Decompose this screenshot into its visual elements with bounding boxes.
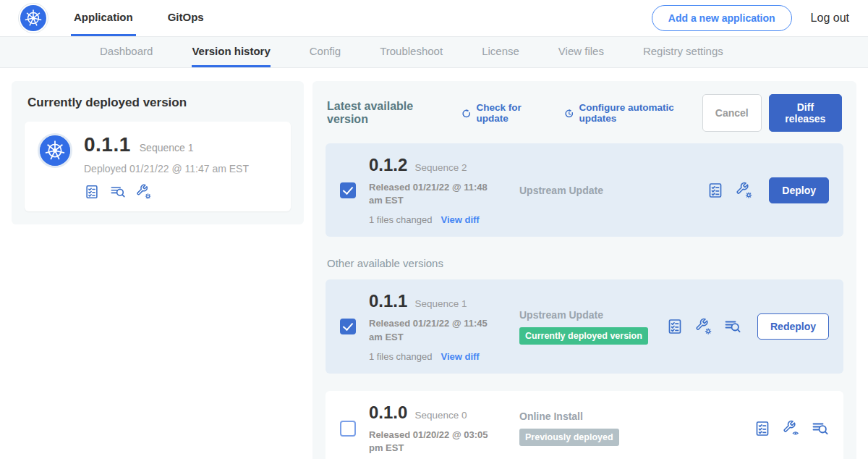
app-sub-navigation: Dashboard Version history Config Trouble…	[0, 36, 868, 68]
latest-available-title: Latest available version	[327, 100, 446, 126]
currently-deployed-title: Currently deployed version	[27, 96, 288, 110]
version-source-label: Online Install	[519, 410, 754, 422]
view-diff-link[interactable]: View diff	[441, 214, 479, 225]
version-number: 0.1.0	[369, 403, 407, 423]
version-row-0-1-2: 0.1.2 Sequence 2 Released 01/21/22 @ 11:…	[326, 143, 843, 237]
deploy-button[interactable]: Deploy	[769, 177, 829, 203]
kubernetes-logo-icon	[19, 4, 48, 33]
logout-link[interactable]: Log out	[811, 12, 849, 25]
version-source-label: Upstream Update	[519, 309, 666, 321]
version-checkbox[interactable]	[340, 421, 356, 437]
released-timestamp: Released 01/20/22 @ 03:05 pm EST	[369, 429, 503, 455]
version-source-label: Upstream Update	[519, 185, 707, 196]
scheduled-update-icon	[563, 107, 575, 119]
preflight-checklist-icon[interactable]	[84, 184, 100, 200]
preflight-checklist-icon[interactable]	[754, 420, 771, 437]
currently-deployed-panel: Currently deployed version 0.1.1 Sequenc…	[12, 81, 304, 224]
available-versions-panel: Latest available version Check for updat…	[312, 81, 856, 459]
tab-view-files[interactable]: View files	[558, 37, 604, 67]
tab-application[interactable]: Application	[71, 0, 136, 36]
diff-releases-button[interactable]: Diff releases	[769, 94, 842, 132]
edit-config-icon[interactable]	[736, 182, 753, 199]
edit-config-icon[interactable]	[695, 318, 712, 335]
tab-dashboard[interactable]: Dashboard	[100, 37, 153, 67]
check-for-update-link[interactable]: Check for update	[461, 102, 549, 124]
released-timestamp: Released 01/21/22 @ 11:48 am EST	[369, 181, 503, 207]
released-timestamp: Released 01/21/22 @ 11:45 am EST	[369, 317, 503, 343]
sequence-label: Sequence 2	[414, 162, 467, 173]
tab-gitops[interactable]: GitOps	[165, 0, 207, 36]
version-number: 0.1.1	[369, 291, 407, 311]
edit-config-icon[interactable]	[136, 184, 152, 200]
files-changed-label: 1 files changed	[369, 351, 432, 362]
tab-version-history[interactable]: Version history	[192, 37, 270, 67]
sequence-label: Sequence 0	[414, 410, 467, 421]
deployed-version-card: 0.1.1 Sequence 1 Deployed 01/21/22 @ 11:…	[25, 122, 291, 211]
view-diff-link[interactable]: View diff	[441, 351, 479, 362]
version-row-0-1-0: 0.1.0 Sequence 0 Released 01/20/22 @ 03:…	[326, 391, 843, 459]
refresh-icon	[461, 107, 472, 119]
preflight-checklist-icon[interactable]	[666, 318, 684, 335]
tab-config[interactable]: Config	[310, 37, 341, 67]
deploy-logs-icon[interactable]	[110, 184, 126, 200]
tab-license[interactable]: License	[482, 37, 519, 67]
tab-troubleshoot[interactable]: Troubleshoot	[380, 37, 443, 67]
version-checkbox[interactable]	[340, 182, 356, 198]
version-number: 0.1.2	[369, 155, 407, 175]
deployed-sequence-label: Sequence 1	[140, 142, 194, 153]
add-new-application-button[interactable]: Add a new application	[652, 5, 792, 31]
files-changed-label: 1 files changed	[369, 214, 432, 225]
tab-registry-settings[interactable]: Registry settings	[643, 37, 723, 67]
app-logo-icon	[38, 133, 72, 168]
previously-deployed-badge: Previously deployed	[519, 429, 619, 446]
deploy-logs-icon[interactable]	[724, 318, 741, 335]
preflight-checklist-icon[interactable]	[707, 182, 724, 199]
configure-automatic-updates-link[interactable]: Configure automatic updates	[563, 102, 702, 124]
sequence-label: Sequence 1	[414, 298, 467, 309]
version-row-0-1-1: 0.1.1 Sequence 1 Released 01/21/22 @ 11:…	[326, 279, 843, 373]
currently-deployed-badge: Currently deployed version	[519, 327, 648, 345]
deployed-version-number: 0.1.1	[84, 133, 131, 156]
deploy-logs-icon[interactable]	[812, 420, 829, 437]
top-navigation: Application GitOps Add a new application…	[0, 0, 868, 36]
version-checkbox[interactable]	[340, 319, 356, 334]
view-config-icon[interactable]	[783, 420, 800, 437]
redeploy-button[interactable]: Redeploy	[757, 313, 829, 340]
deployed-timestamp: Deployed 01/21/22 @ 11:47 am EST	[84, 163, 249, 174]
other-available-versions-title: Other available versions	[327, 257, 842, 269]
cancel-button[interactable]: Cancel	[702, 94, 762, 132]
